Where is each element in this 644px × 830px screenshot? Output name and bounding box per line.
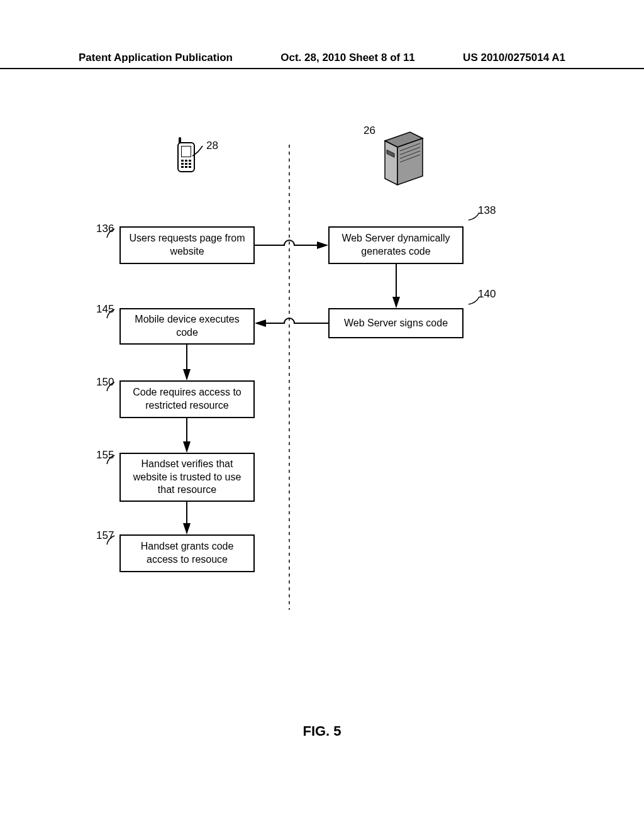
ref-140: 140 <box>478 288 496 301</box>
ref-145: 145 <box>96 303 114 316</box>
header-left: Patent Application Publication <box>79 52 233 64</box>
figure-label: FIG. 5 <box>0 723 644 739</box>
box-155-text: Handset verifies that website is trusted… <box>125 458 250 497</box>
page-header: Patent Application Publication Oct. 28, … <box>0 52 644 69</box>
ref-136: 136 <box>96 223 114 235</box>
header-right: US 2010/0275014 A1 <box>463 52 565 64</box>
box-140-text: Web Server signs code <box>344 317 448 330</box>
svg-marker-1 <box>385 141 397 185</box>
ref-28: 28 <box>206 140 218 152</box>
box-138: Web Server dynamically generates code <box>328 226 464 264</box>
box-155: Handset verifies that website is trusted… <box>119 453 255 502</box>
phone-icon <box>175 138 197 174</box>
ref-157: 157 <box>96 529 114 542</box>
box-150: Code requires access to restricted resou… <box>119 380 255 418</box>
box-136: Users requests page from website <box>119 226 255 264</box>
box-136-text: Users requests page from website <box>125 232 250 258</box>
ref-150: 150 <box>96 376 114 389</box>
ref-138: 138 <box>478 204 496 217</box>
box-157-text: Handset grants code access to resouce <box>125 540 250 567</box>
diagram-arrows <box>0 119 644 698</box>
box-145: Mobile device executes code <box>119 308 255 345</box>
box-157: Handset grants code access to resouce <box>119 534 255 572</box>
server-icon <box>379 127 429 190</box>
ref-26: 26 <box>364 124 375 137</box>
box-145-text: Mobile device executes code <box>125 313 250 340</box>
flow-diagram: 28 26 Users requests page from website 1… <box>0 119 644 698</box>
box-138-text: Web Server dynamically generates code <box>333 232 458 258</box>
ref-155: 155 <box>96 449 114 462</box>
box-150-text: Code requires access to restricted resou… <box>125 386 250 412</box>
header-center: Oct. 28, 2010 Sheet 8 of 11 <box>280 52 415 64</box>
box-140: Web Server signs code <box>328 308 464 338</box>
